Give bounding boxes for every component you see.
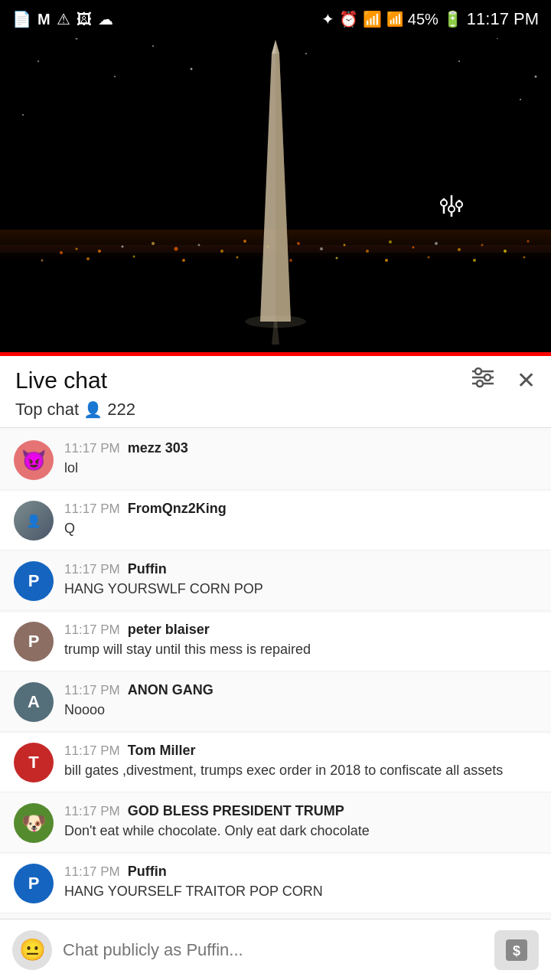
svg-point-27 (182, 259, 185, 262)
svg-point-26 (133, 256, 135, 258)
chat-message-1: 👤 11:17 PM FromQnz2King Q (0, 492, 551, 550)
msg-time: 11:17 PM (64, 562, 120, 577)
avatar: P (14, 864, 54, 903)
svg-point-34 (523, 256, 526, 259)
chat-messages[interactable]: 😈 11:17 PM mezz 303 lol 👤 11:17 PM FromQ… (0, 428, 551, 919)
msg-text: HANG YOURSELF TRAITOR POP CORN (64, 882, 537, 901)
svg-point-62 (484, 374, 491, 381)
svg-point-63 (477, 381, 483, 387)
msg-content: 11:17 PM peter blaiser trump will stay u… (64, 622, 537, 659)
msg-text: trump will stay until this mess is repai… (64, 640, 537, 659)
svg-point-61 (475, 368, 481, 374)
msg-content: 11:17 PM FromQnz2King Q (64, 501, 537, 538)
m-icon: M (37, 11, 51, 28)
chat-message-0: 😈 11:17 PM mezz 303 lol (0, 431, 551, 490)
chat-input-area: 😐 $ (0, 919, 551, 980)
msg-time: 11:17 PM (64, 864, 120, 880)
svg-point-24 (41, 260, 44, 262)
svg-point-33 (473, 259, 476, 262)
signal-icon: 📶 (386, 11, 403, 28)
msg-text: HANG YOURSWLF CORN POP (64, 580, 537, 599)
red-divider (0, 352, 551, 356)
msg-content: 11:17 PM ANON GANG Noooo (64, 682, 537, 720)
battery-icon: 🔋 (443, 10, 462, 28)
msg-time: 11:17 PM (64, 622, 120, 638)
svg-point-11 (243, 240, 246, 243)
alarm-icon: ⏰ (339, 10, 358, 28)
msg-username: Puffin (128, 561, 167, 577)
svg-point-14 (320, 247, 323, 250)
svg-point-20 (458, 248, 461, 251)
msg-username: peter blaiser (128, 622, 210, 638)
msg-text: bill gates ,divestment, trumps exec orde… (64, 761, 537, 780)
status-bar-right: ✦ ⏰ 📶 📶 45% 🔋 11:17 PM (321, 9, 539, 29)
svg-point-42 (152, 45, 154, 47)
chat-message-6: 🐶 11:17 PM GOD BLESS PRESIDENT TRUMP Don… (0, 794, 551, 853)
avatar: P (14, 561, 54, 601)
msg-content: 11:17 PM Tom Miller bill gates ,divestme… (64, 743, 537, 780)
filter-icon[interactable] (471, 367, 495, 394)
send-button[interactable]: $ (494, 930, 539, 970)
msg-content: 11:17 PM mezz 303 lol (64, 440, 537, 478)
chat-message-3: P 11:17 PM peter blaiser trump will stay… (0, 612, 551, 671)
svg-point-21 (481, 244, 484, 247)
msg-username: GOD BLESS PRESIDENT TRUMP (128, 803, 344, 819)
svg-point-48 (535, 76, 537, 78)
msg-time: 11:17 PM (64, 501, 120, 517)
svg-point-51 (245, 315, 306, 328)
svg-point-31 (385, 259, 388, 262)
svg-point-44 (305, 53, 307, 54)
chat-header-top: Live chat ✕ (15, 367, 536, 394)
image-icon: 🖼 (77, 11, 92, 28)
svg-point-19 (435, 242, 438, 245)
msg-text: Noooo (64, 701, 537, 720)
close-icon[interactable]: ✕ (517, 367, 536, 394)
status-bar-left: 📄 M ⚠ 🖼 ☁ (12, 10, 113, 28)
chat-message-4: A 11:17 PM ANON GANG Noooo (0, 673, 551, 732)
msg-meta: 11:17 PM Tom Miller (64, 743, 537, 759)
emoji-button[interactable]: 😐 (12, 930, 52, 970)
svg-point-17 (389, 240, 392, 243)
msg-username: ANON GANG (128, 682, 214, 698)
status-bar: 📄 M ⚠ 🖼 ☁ ✦ ⏰ 📶 📶 45% 🔋 11:17 PM (0, 0, 551, 38)
chat-tab-row: Top chat 👤 222 (15, 400, 536, 427)
chat-input[interactable] (63, 940, 484, 960)
battery-percent: 45% (408, 11, 439, 28)
chat-header-icons: ✕ (471, 367, 536, 394)
avatar: 🐶 (14, 803, 54, 843)
svg-point-6 (122, 246, 124, 248)
svg-point-41 (114, 76, 116, 77)
top-chat-label[interactable]: Top chat (15, 400, 79, 420)
warning-icon: ⚠ (57, 10, 70, 28)
svg-point-57 (456, 201, 462, 207)
svg-point-4 (76, 248, 78, 250)
live-chat-title: Live chat (15, 368, 107, 394)
msg-text: Q (64, 519, 537, 538)
svg-point-29 (289, 259, 292, 262)
msg-content: 11:17 PM GOD BLESS PRESIDENT TRUMP Don't… (64, 803, 537, 841)
wifi-icon: 📶 (363, 10, 382, 28)
svg-point-22 (504, 250, 507, 253)
svg-point-18 (412, 247, 415, 249)
svg-point-28 (236, 256, 239, 259)
avatar: T (14, 743, 54, 782)
msg-username: FromQnz2King (128, 501, 227, 517)
file-icon: 📄 (12, 10, 31, 28)
livechat-panel: Live chat ✕ Top chat 👤 (0, 356, 551, 980)
msg-meta: 11:17 PM FromQnz2King (64, 501, 537, 517)
msg-username: Tom Miller (128, 743, 196, 759)
msg-content: 11:17 PM Puffin HANG YOURSWLF CORN POP (64, 561, 537, 599)
bluetooth-icon: ✦ (321, 10, 334, 28)
svg-point-32 (428, 256, 430, 259)
avatar: P (14, 622, 54, 662)
svg-point-56 (448, 206, 455, 212)
svg-point-39 (37, 60, 39, 62)
svg-point-3 (60, 251, 63, 254)
avatar: A (14, 682, 54, 722)
msg-meta: 11:17 PM Puffin (64, 561, 537, 577)
video-area (0, 0, 551, 352)
viewer-count: 222 (107, 400, 135, 420)
svg-point-7 (152, 242, 155, 245)
chat-message-5: T 11:17 PM Tom Miller bill gates ,divest… (0, 733, 551, 792)
svg-point-49 (22, 114, 24, 116)
